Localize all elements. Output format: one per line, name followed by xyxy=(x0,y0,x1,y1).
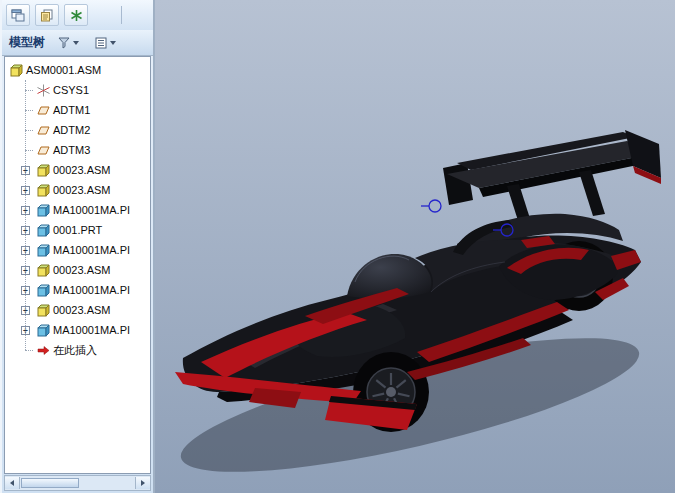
assembly-icon xyxy=(37,184,50,197)
tree-item-label: 00023.ASM xyxy=(53,164,114,176)
tree-item-adtm1[interactable]: ADTM1 xyxy=(5,100,150,120)
tree-item-label: 00023.ASM xyxy=(53,304,114,316)
tree-item-label: ASM0001.ASM xyxy=(26,64,105,76)
datum-plane-icon xyxy=(37,104,50,117)
scrollbar-track[interactable] xyxy=(20,477,135,489)
tree-item-label: 00023.ASM xyxy=(53,184,114,196)
tree-item-label: ADTM3 xyxy=(53,144,94,156)
tree-item-insert-here[interactable]: 在此插入 xyxy=(5,340,150,360)
tree-item-00023-asm[interactable]: + 00023.ASM xyxy=(5,300,150,320)
part-icon xyxy=(37,244,50,257)
insert-here-arrow-icon xyxy=(37,344,50,357)
tree-item-label: 在此插入 xyxy=(53,343,101,358)
tree-item-ma10001ma-pi[interactable]: + MA10001MA.PI xyxy=(5,240,150,260)
scrollbar-thumb[interactable] xyxy=(21,478,79,488)
assembly-icon xyxy=(37,264,50,277)
assembly-icon xyxy=(37,164,50,177)
part-icon xyxy=(37,224,50,237)
model-tree: ASM0001.ASM CSYS1 ADTM1 ADTM2 ADTM3+ 000… xyxy=(4,56,151,474)
show-filter-button[interactable] xyxy=(55,35,82,51)
tree-item-label: MA10001MA.PI xyxy=(53,324,134,336)
tree-item-label: ADTM2 xyxy=(53,124,94,136)
tree-item-label: MA10001MA.PI xyxy=(53,284,134,296)
application-window: 模型树 ASM0001.ASM CSYS1 xyxy=(0,0,675,493)
tree-item-label: CSYS1 xyxy=(53,84,93,96)
chevron-down-icon xyxy=(73,41,79,45)
favorites-icon xyxy=(70,9,83,22)
tree-item-label: 0001.PRT xyxy=(53,224,106,236)
tree-item-00023-asm[interactable]: + 00023.ASM xyxy=(5,260,150,280)
tree-item-label: 00023.ASM xyxy=(53,264,114,276)
tree-connector xyxy=(25,110,33,111)
datum-plane-icon xyxy=(37,144,50,157)
tree-rows: ASM0001.ASM CSYS1 ADTM1 ADTM2 ADTM3+ 000… xyxy=(5,57,150,360)
model-tree-toggle-icon xyxy=(11,9,25,22)
tree-connector xyxy=(25,350,33,351)
list-icon xyxy=(95,37,107,49)
tree-item-label: ADTM1 xyxy=(53,104,94,116)
left-arrow-icon xyxy=(10,480,14,486)
tree-item-label: MA10001MA.PI xyxy=(53,244,134,256)
part-icon xyxy=(37,284,50,297)
tree-guide-line xyxy=(25,80,26,350)
assembly-icon xyxy=(37,304,50,317)
tree-item-ma10001ma-pi[interactable]: + MA10001MA.PI xyxy=(5,320,150,340)
tree-connector xyxy=(25,150,33,151)
folder-browser-icon xyxy=(40,9,54,22)
tree-item-ma10001ma-pi[interactable]: + MA10001MA.PI xyxy=(5,280,150,300)
graphics-area[interactable] xyxy=(155,0,675,493)
model-tree-header: 模型树 xyxy=(2,30,153,56)
part-icon xyxy=(37,204,50,217)
horizontal-scrollbar[interactable] xyxy=(4,475,151,491)
3d-model-view[interactable] xyxy=(155,0,675,493)
favorites-button[interactable] xyxy=(64,4,88,26)
assembly-icon xyxy=(10,64,23,77)
part-icon xyxy=(37,324,50,337)
tree-item-csys1[interactable]: CSYS1 xyxy=(5,80,150,100)
tree-item-adtm2[interactable]: ADTM2 xyxy=(5,120,150,140)
right-arrow-icon xyxy=(141,480,145,486)
navigator-toolbar xyxy=(2,0,153,30)
tree-item-00023-asm[interactable]: + 00023.ASM xyxy=(5,180,150,200)
tree-item-00023-asm[interactable]: + 00023.ASM xyxy=(5,160,150,180)
funnel-icon xyxy=(58,37,70,49)
coordinate-system-icon xyxy=(37,84,50,97)
scroll-right-button[interactable] xyxy=(135,477,150,489)
toolbar-separator xyxy=(121,6,122,24)
navigator-panel: 模型树 ASM0001.ASM CSYS1 xyxy=(0,0,155,493)
model-tree-title: 模型树 xyxy=(9,34,45,51)
datum-plane-icon xyxy=(37,124,50,137)
tree-connector xyxy=(25,90,33,91)
tree-item-adtm3[interactable]: ADTM3 xyxy=(5,140,150,160)
tree-item-ma10001ma-pi[interactable]: + MA10001MA.PI xyxy=(5,200,150,220)
scroll-left-button[interactable] xyxy=(5,477,20,489)
settings-button[interactable] xyxy=(92,35,119,51)
chevron-down-icon xyxy=(110,41,116,45)
folder-browser-button[interactable] xyxy=(35,4,59,26)
constraint-symbols[interactable] xyxy=(421,200,513,236)
tree-item-asm0001-asm[interactable]: ASM0001.ASM xyxy=(5,60,150,80)
tree-item-label: MA10001MA.PI xyxy=(53,204,134,216)
tree-item-0001-prt[interactable]: + 0001.PRT xyxy=(5,220,150,240)
model-tree-toggle-button[interactable] xyxy=(6,4,30,26)
tree-connector xyxy=(25,130,33,131)
